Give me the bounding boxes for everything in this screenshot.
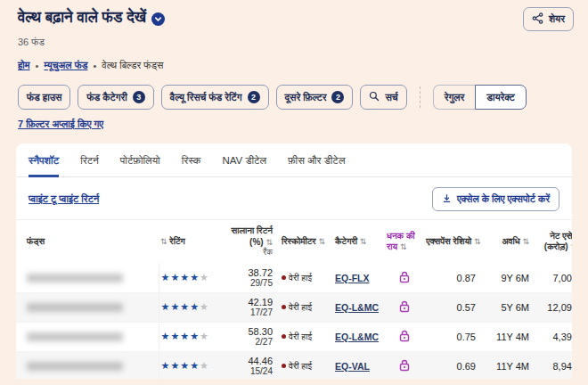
tab[interactable]: स्नैपशॉट <box>29 155 59 176</box>
sort-icon[interactable]: ⇅ <box>522 237 529 246</box>
download-icon <box>442 193 452 205</box>
filter-button[interactable]: फंड हाउस <box>18 85 70 110</box>
category-link[interactable]: EQ-VAL <box>335 361 370 372</box>
rating-stars: ★★★★★ <box>161 301 209 312</box>
tab-label: रिटर्न <box>80 155 99 166</box>
breadcrumb: होम • म्यूचुअल फंड • वेल्थ बिल्डर फंड्स <box>18 60 574 71</box>
risk-dot-icon <box>282 334 286 339</box>
filter-button-label: दूसरे फ़िल्टर <box>285 92 327 103</box>
col-rating: ⇅ रेटिंग <box>159 220 223 264</box>
toggle-regular[interactable]: रेगुलर <box>433 85 476 110</box>
point-to-point-returns-link[interactable]: प्वाइंट टू प्वाइंट रिटर्न <box>29 193 99 205</box>
export-excel-button[interactable]: एक्सेल के लिए एक्सपोर्ट करें <box>432 187 559 211</box>
col-category: कैटेगरी ⇅ <box>333 220 385 264</box>
tenure-value: 9Y 6M <box>501 273 529 283</box>
chevron-down-icon[interactable] <box>151 12 165 26</box>
return-rank: 2/27 <box>225 337 273 347</box>
fund-count: 36 फंड <box>18 37 574 48</box>
export-excel-label: एक्सेल के लिए एक्सपोर्ट करें <box>457 193 550 205</box>
sort-icon[interactable]: ⇅ <box>160 237 167 246</box>
sort-icon[interactable]: ⇅ <box>570 242 572 251</box>
breadcrumb-item[interactable]: म्यूचुअल फंड • <box>44 60 96 71</box>
tab-label: रिस्क <box>182 155 201 166</box>
lock-icon[interactable] <box>399 300 410 315</box>
col-dhanak-ki-raay: धनक की राय ⇅ <box>385 220 424 264</box>
col-expense-ratio: एक्सपेंस रेशियो ⇅ <box>424 220 483 264</box>
filter-button-label: फंड कैटेगरी <box>86 92 127 103</box>
net-assets-value: 7,009 <box>552 273 572 283</box>
breadcrumb-label[interactable]: होम <box>18 60 30 71</box>
tab-label: पोर्टफ़ोलियो <box>120 155 160 166</box>
lock-icon[interactable] <box>399 359 410 373</box>
filter-button[interactable]: वैल्यू रिसर्च फंड रेटिंग 2 <box>161 85 269 110</box>
fund-name-blurred[interactable] <box>27 332 123 341</box>
tab[interactable]: रिटर्न <box>80 155 99 176</box>
lock-icon[interactable] <box>399 330 410 344</box>
fund-row: ★★★★★ 38.7229/75 वेरी हाई EQ-FLX 0.87 9Y… <box>16 263 572 292</box>
filter-button[interactable]: दूसरे फ़िल्टर 2 <box>276 85 354 110</box>
tab[interactable]: फ़ीस और डीटेल <box>288 155 345 176</box>
expense-ratio-value: 0.57 <box>457 302 476 313</box>
content-card: स्नैपशॉट रिटर्न पोर्टफ़ोलियो रिस्क NAV ड… <box>16 143 572 379</box>
tab[interactable]: रिस्क <box>182 155 201 176</box>
return-rank: 15/24 <box>225 366 273 376</box>
category-link[interactable]: EQ-L&MC <box>335 302 379 313</box>
share-icon <box>532 12 543 26</box>
breadcrumb-label[interactable]: म्यूचुअल फंड <box>44 60 87 71</box>
fund-name-blurred[interactable] <box>27 274 123 283</box>
expense-ratio-value: 0.75 <box>457 332 476 342</box>
col-funds: फंड्स <box>16 220 159 264</box>
toggle-direct[interactable]: डायरेक्ट <box>475 85 527 110</box>
risk-dot-icon <box>282 305 286 309</box>
search-button[interactable]: सर्च <box>360 85 406 110</box>
fund-row: ★★★★★ 44.4615/24 वेरी हाई EQ-VAL 0.69 11… <box>16 351 572 379</box>
search-icon <box>369 91 380 103</box>
sort-icon[interactable]: ⇅ <box>474 237 481 246</box>
riskometer-value: वेरी हाई <box>282 302 312 312</box>
lock-icon[interactable] <box>399 271 410 285</box>
fund-name-blurred[interactable] <box>27 303 123 312</box>
page-title: वेल्थ बढ़ाने वाले फंड देखें <box>18 9 146 27</box>
col-annual-returns: सालाना रिटर्न (%) ⇅रैंक <box>223 220 280 264</box>
col-tenure: अवधि ⇅ <box>483 220 536 264</box>
sort-icon[interactable]: ⇅ <box>265 238 273 247</box>
sort-icon[interactable]: ⇅ <box>360 237 367 246</box>
breadcrumb-label[interactable]: वेल्थ बिल्डर फंड्स <box>102 60 163 71</box>
breadcrumb-item[interactable]: होम • <box>18 60 38 71</box>
sort-icon[interactable]: ⇅ <box>400 242 407 251</box>
sort-icon[interactable]: ⇅ <box>318 237 325 246</box>
expense-ratio-value: 0.69 <box>457 361 476 372</box>
category-link[interactable]: EQ-FLX <box>335 273 370 283</box>
rating-stars: ★★★★★ <box>161 272 209 283</box>
fund-name-blurred[interactable] <box>27 362 123 371</box>
tab-label: स्नैपशॉट <box>29 155 59 166</box>
expense-ratio-value: 0.87 <box>457 273 476 283</box>
risk-dot-icon <box>282 364 286 368</box>
rating-stars: ★★★★★ <box>161 331 209 341</box>
tab[interactable]: पोर्टफ़ोलियो <box>120 155 160 176</box>
breadcrumb-item[interactable]: वेल्थ बिल्डर फंड्स <box>102 60 168 71</box>
tab-label: फ़ीस और डीटेल <box>288 155 345 166</box>
filter-button-label: फंड हाउस <box>27 92 61 103</box>
return-rank: 29/75 <box>225 278 273 288</box>
annual-return-value: 38.72 <box>225 267 273 278</box>
breadcrumb-separator: • <box>36 61 39 71</box>
return-rank: 17/27 <box>225 307 273 317</box>
net-assets-value: 12,097 <box>547 302 572 313</box>
tenure-value: 11Y 4M <box>496 332 529 342</box>
filters-row: फंड हाउस फंड कैटेगरी 3 वैल्यू रिसर्च फंड… <box>18 85 570 110</box>
net-assets-value: 4,395 <box>552 332 572 342</box>
riskometer-value: वेरी हाई <box>282 273 312 283</box>
riskometer-value: वेरी हाई <box>282 332 312 341</box>
tab-bar: स्नैपशॉट रिटर्न पोर्टफ़ोलियो रिस्क NAV ड… <box>16 143 572 177</box>
net-assets-value: 8,944 <box>552 361 572 372</box>
tab[interactable]: NAV डीटेल <box>222 155 266 176</box>
annual-return-value: 58.30 <box>225 326 273 337</box>
share-button[interactable]: शेयर <box>523 7 574 31</box>
category-link[interactable]: EQ-L&MC <box>335 332 379 342</box>
filter-button[interactable]: फंड कैटेगरी 3 <box>78 85 153 110</box>
plan-toggle: रेगुलर डायरेक्ट <box>433 85 527 110</box>
divider <box>420 86 421 108</box>
fund-row: ★★★★★ 58.302/27 वेरी हाई EQ-L&MC 0.75 11… <box>16 322 572 351</box>
filters-applied-link[interactable]: 7 फ़िल्टर अप्लाई किए गए <box>18 119 103 130</box>
